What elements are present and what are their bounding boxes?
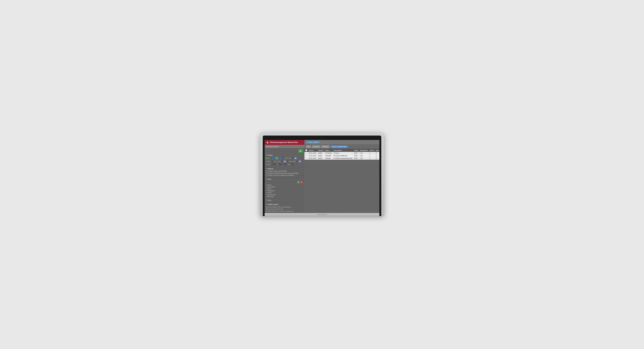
laptop-outer: 🏠 / Risikomanagement/ Market Risk Report… <box>260 133 384 216</box>
row-checkbox[interactable] <box>306 155 307 156</box>
add-item-description[interactable]: +Description <box>266 186 303 188</box>
sort-title[interactable]: ▼ sort... <box>266 199 303 201</box>
table-cell: 60001 <box>317 154 324 157</box>
table-cell: 0 <box>375 157 379 160</box>
data-table: Datum Mandat Name Description Whrg Regul… <box>304 149 379 160</box>
laptop-base <box>265 213 379 216</box>
table-cell: IP.Vision <box>333 152 354 154</box>
sort-caret: ▼ <box>266 199 267 201</box>
last-unit-input[interactable] <box>284 163 294 166</box>
last-radio-label[interactable]: last <box>266 164 271 165</box>
right-toolbar: + Rows, loaded 3 <box>304 140 379 145</box>
add-item-name[interactable]: +Name <box>266 184 303 186</box>
table-cell: IPVISION <box>324 152 333 154</box>
qsapi-title: ▼ QSAPI request <box>266 204 303 205</box>
plus-btn[interactable]: + <box>279 157 282 160</box>
table-row: 29.01.202160000IPVISIONIP.VisionEURLUX10 <box>304 152 380 154</box>
table-cell: VINSIM <box>324 157 333 160</box>
th-checkbox[interactable] <box>304 149 308 152</box>
datum-caret: ▼ <box>266 154 267 156</box>
th-description[interactable]: Description <box>333 149 354 152</box>
collapse-panel-btn[interactable]: « <box>302 174 304 178</box>
mandat-checkbox-1[interactable] <box>266 172 268 174</box>
table-cell: 1 <box>369 154 375 157</box>
on-calendar-btn[interactable]: 📅 <box>294 157 297 159</box>
rows-info: + Rows, loaded 3 <box>306 141 320 144</box>
minus-btn[interactable]: − <box>272 157 274 160</box>
table-cell: IP.VISION Infrastrukturfonds <box>333 157 354 160</box>
datum-btw-row: btw 📅 📅 <box>266 160 303 163</box>
row-checkbox-cell[interactable] <box>304 152 308 154</box>
action-buttons-row: pdf 20 Days Deutsch export 0 selected fi… <box>304 145 379 149</box>
left-panel: 🏠 / Risikomanagement/ Market Risk Report… <box>265 140 304 213</box>
row-checkbox[interactable] <box>306 157 307 159</box>
add-item-whrg[interactable]: +Whrg <box>266 188 303 190</box>
btw-to-calendar-btn[interactable]: 📅 <box>299 160 301 163</box>
add-item-message[interactable]: +Message <box>266 196 303 197</box>
export-button[interactable]: export 0 selected files <box>330 145 348 148</box>
right-panel: « + Rows, loaded 3 pdf 20 Days Deutsch e… <box>304 140 379 213</box>
row-checkbox[interactable] <box>306 152 307 154</box>
btw-radio-label[interactable]: btw <box>266 160 271 162</box>
th-datum[interactable]: Datum <box>308 149 317 152</box>
laptop-screen: 🏠 / Risikomanagement/ Market Risk Report… <box>265 140 379 213</box>
th-isprim[interactable]: isPrim <box>369 149 375 152</box>
add-refresh-btn[interactable]: ↺ <box>297 181 300 184</box>
add-caret: ▼ <box>266 178 267 180</box>
row-checkbox-cell[interactable] <box>304 157 308 160</box>
th-regulation[interactable]: Regulation <box>359 149 369 152</box>
pdf-button[interactable]: pdf <box>306 145 311 148</box>
refresh-btn[interactable]: ↺ <box>275 157 278 160</box>
days-button[interactable]: 20 Days <box>312 145 320 148</box>
deutsch-button[interactable]: Deutsch <box>321 145 330 148</box>
qsapi-line1: Wview=KUNDEN_PDFList_Risikobericht <box>266 206 303 208</box>
table-cell: IP.Vision Kreditfonds <box>333 154 354 157</box>
app-title: / Risikomanagement/ Market Risk <box>270 141 298 143</box>
table-cell: EUR <box>354 152 359 154</box>
table-cell: EUR <box>354 157 359 160</box>
add-delete-btn[interactable]: 🗑 <box>300 181 303 184</box>
qsapi-section: ▼ QSAPI request Wview=KUNDEN_PDFList_Ris… <box>265 203 304 213</box>
mandat-item-1[interactable]: 60002 IP.VISION Infrastrukturfonds (VINS… <box>266 172 303 174</box>
table-cell: LUX <box>359 154 369 157</box>
btw-from-calendar-btn[interactable]: 📅 <box>284 160 286 163</box>
btw-to-input[interactable] <box>287 160 298 163</box>
datum-title: ▼ Datum <box>266 154 303 156</box>
table-cell: 29.01.2021 <box>308 152 317 154</box>
mandat-checkbox-2[interactable] <box>266 174 268 176</box>
breadcrumb: Reporting>Reports <box>265 145 304 148</box>
table-cell: LUX <box>359 157 369 160</box>
th-name[interactable]: Name <box>324 149 333 152</box>
row-checkbox-cell[interactable] <box>304 154 308 157</box>
header-checkbox[interactable] <box>306 149 307 151</box>
mandat-item-2[interactable]: 60001 IP.Vision Kreditfonds (VKRSIM) <box>266 174 303 176</box>
on-radio-label[interactable]: on <box>266 157 271 159</box>
th-whrg[interactable]: Whrg <box>354 149 359 152</box>
table-cell: 60000 <box>317 152 324 154</box>
home-icon: 🏠 <box>266 141 268 143</box>
btw-radio-dot <box>266 161 267 162</box>
add-item-sperre[interactable]: +Sperre aktiv <box>266 194 303 195</box>
add-title: ▼ add... <box>266 178 303 180</box>
mandat-item-0[interactable]: 60000 IP.Vision (IPVISION) <box>266 170 303 172</box>
trackpad-notch <box>316 214 328 215</box>
on-date-input[interactable] <box>282 157 294 159</box>
datum-on-row: on − ↺ + 📅 <box>266 157 303 160</box>
table-header-row: Datum Mandat Name Description Whrg Regul… <box>304 149 380 152</box>
add-section: ▼ add... ↺ 🗑 +Name +Description +Whrg +R… <box>265 178 304 199</box>
th-sperre[interactable]: Sperre aktiv <box>375 149 379 152</box>
last-radio-dot <box>266 164 267 165</box>
table-cell: LUX <box>359 152 369 154</box>
run-button[interactable]: ▶ <box>298 149 303 153</box>
mandat-checkbox-0[interactable] <box>266 170 268 172</box>
table-row: 29.01.202160002VINSIMIP.VISION Infrastru… <box>304 157 380 160</box>
add-item-isprim[interactable]: +isPrim <box>266 192 303 193</box>
last-num-input[interactable] <box>272 163 283 166</box>
table-cell: 1 <box>369 157 375 160</box>
th-mandat[interactable]: Mandat <box>317 149 324 152</box>
qsapi-caret: ▼ <box>266 204 267 205</box>
btw-from-input[interactable] <box>272 160 283 163</box>
qsapi-line3: $orderby=date desc, book asc, regulation… <box>266 210 303 212</box>
sort-section: ▼ sort... <box>265 199 304 203</box>
add-item-regulation[interactable]: +Regulation <box>266 190 303 192</box>
